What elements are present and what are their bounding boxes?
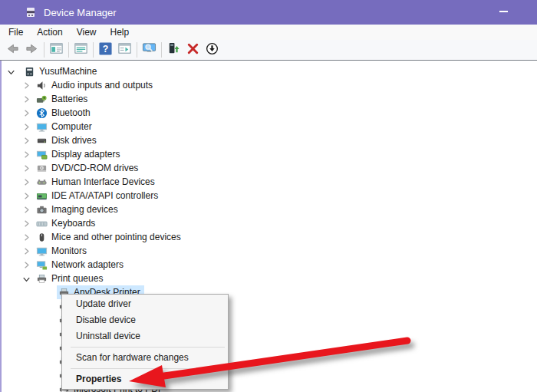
context-menu-separator: [71, 368, 225, 369]
toolbar-button-disable-device[interactable]: [203, 41, 222, 58]
toolbar-separator: [161, 42, 162, 58]
disk-drive-icon: [35, 134, 48, 147]
menu-action[interactable]: Action: [30, 25, 69, 39]
mouse-icon: [35, 231, 48, 243]
chevron-right-icon[interactable]: [20, 93, 32, 105]
tree-item-label: Computer: [51, 121, 92, 132]
tree-item-print-queues[interactable]: Print queues: [2, 272, 537, 285]
chevron-right-icon[interactable]: [20, 107, 32, 119]
menu-view[interactable]: View: [70, 25, 104, 39]
help-icon: ?: [98, 41, 113, 58]
tree-item-yusufmachine[interactable]: YusufMachine: [2, 64, 537, 78]
tree-item-label: Audio inputs and outputs: [51, 80, 153, 91]
tree-item-label: YusufMachine: [39, 66, 97, 77]
controller-chip-icon: [35, 189, 48, 202]
tree-item-disk-drives[interactable]: Disk drives: [2, 133, 537, 147]
tree-item-label: Bluetooth: [51, 107, 91, 118]
tree-item-audio-inputs-and-outputs[interactable]: Audio inputs and outputs: [2, 78, 537, 92]
context-menu-item-scan-for-hardware-changes[interactable]: Scan for hardware changes: [62, 350, 228, 366]
tree-item-human-interface-devices[interactable]: Human Interface Devices: [2, 175, 537, 189]
tree-item-ide-ata-atapi-controllers[interactable]: IDE ATA/ATAPI controllers: [2, 189, 537, 203]
toolbar-button-back[interactable]: [3, 41, 22, 58]
toolbar-separator: [68, 42, 69, 58]
titlebar: Device Manager: [0, 0, 537, 25]
tree-item-label: Network adapters: [51, 259, 124, 270]
action-pane-icon: [117, 41, 132, 58]
chevron-right-icon[interactable]: [20, 176, 32, 188]
tree-item-label: Human Interface Devices: [51, 176, 155, 187]
computer-device-icon: [23, 65, 35, 77]
chevron-right-icon[interactable]: [20, 245, 32, 257]
device-manager-app-icon: [25, 6, 37, 18]
chevron-right-icon[interactable]: [20, 79, 32, 91]
red-x-icon: [186, 41, 200, 58]
scan-monitor-icon: [142, 41, 156, 58]
tree-item-dvd-cd-rom-drives[interactable]: DVD/CD-ROM drives: [2, 161, 537, 175]
menu-file[interactable]: File: [2, 25, 30, 39]
minimize-icon: [499, 11, 508, 12]
tree-item-bluetooth[interactable]: Bluetooth: [2, 106, 537, 120]
tree-item-label: Imaging devices: [51, 204, 118, 215]
tree-item-monitors[interactable]: Monitors: [2, 244, 537, 258]
chevron-right-icon[interactable]: [20, 134, 32, 147]
context-menu-item-disable-device[interactable]: Disable device: [62, 312, 228, 328]
chevron-right-icon[interactable]: [20, 259, 32, 271]
context-menu-item-properties[interactable]: Properties: [62, 371, 228, 387]
toolbar-button-help[interactable]: ?: [96, 41, 115, 58]
console-tree-icon: [49, 41, 64, 58]
context-menu-separator: [71, 347, 225, 348]
tree-item-imaging-devices[interactable]: Imaging devices: [2, 203, 537, 216]
context-menu-item-update-driver[interactable]: Update driver: [62, 296, 228, 312]
toolbar-button-scan-for-hardware-changes[interactable]: [140, 41, 159, 58]
menu-help[interactable]: Help: [104, 25, 137, 39]
bluetooth-icon: [35, 107, 48, 119]
chevron-right-icon[interactable]: [20, 217, 32, 229]
tree-item-keyboards[interactable]: Keyboards: [2, 216, 537, 230]
display-adapter-icon: [35, 148, 48, 160]
toolbar-button-export-list[interactable]: [71, 41, 91, 58]
toolbar: ?: [0, 40, 537, 61]
battery-icon: [35, 93, 48, 105]
forward-arrow-icon: [25, 41, 39, 58]
list-window-icon: [74, 41, 88, 58]
dvd-drive-icon: [35, 162, 48, 174]
gamepad-icon: [35, 176, 48, 188]
toolbar-separator: [93, 42, 94, 58]
back-arrow-icon: [5, 41, 20, 58]
device-manager-window: Device Manager FileActionViewHelp ? Yusu…: [0, 0, 537, 392]
window-title: Device Manager: [44, 7, 117, 18]
minimize-button[interactable]: [486, 0, 520, 23]
tree-item-computer[interactable]: Computer: [2, 120, 537, 133]
chevron-right-icon[interactable]: [20, 148, 32, 160]
svg-text:?: ?: [103, 44, 109, 54]
tree-item-mice-and-other-pointing-devices[interactable]: Mice and other pointing devices: [2, 230, 537, 244]
printer-icon: [35, 272, 48, 285]
imaging-device-icon: [35, 203, 48, 216]
tree-item-label: DVD/CD-ROM drives: [51, 163, 138, 173]
tree-item-label: Print queues: [51, 273, 103, 284]
toolbar-separator: [137, 42, 137, 58]
chevron-right-icon[interactable]: [20, 189, 32, 202]
chevron-right-icon[interactable]: [20, 120, 32, 133]
toolbar-button-forward[interactable]: [22, 41, 41, 58]
update-driver-icon: [166, 41, 181, 58]
tree-item-display-adapters[interactable]: Display adapters: [2, 147, 537, 161]
monitor-icon: [35, 245, 48, 257]
context-menu: Update driverDisable deviceUninstall dev…: [61, 294, 229, 390]
keyboard-icon: [35, 217, 48, 229]
chevron-right-icon[interactable]: [20, 231, 32, 243]
tree-item-network-adapters[interactable]: Network adapters: [2, 258, 537, 272]
toolbar-button-show-console-tree[interactable]: [47, 41, 66, 58]
toolbar-button-uninstall-device[interactable]: [183, 41, 203, 58]
context-menu-item-uninstall-device[interactable]: Uninstall device: [62, 328, 228, 344]
tree-item-label: Mice and other pointing devices: [51, 232, 181, 242]
toolbar-button-update-driver[interactable]: [164, 41, 183, 58]
chevron-down-icon[interactable]: [20, 272, 32, 285]
chevron-right-icon[interactable]: [20, 203, 32, 216]
tree-item-batteries[interactable]: Batteries: [2, 92, 537, 106]
chevron-right-icon[interactable]: [20, 162, 32, 174]
toolbar-button-action-pane[interactable]: [115, 41, 134, 58]
chevron-down-icon[interactable]: [5, 65, 17, 77]
tree-item-label: Keyboards: [51, 218, 95, 229]
tree-item-label: Display adapters: [51, 149, 120, 160]
